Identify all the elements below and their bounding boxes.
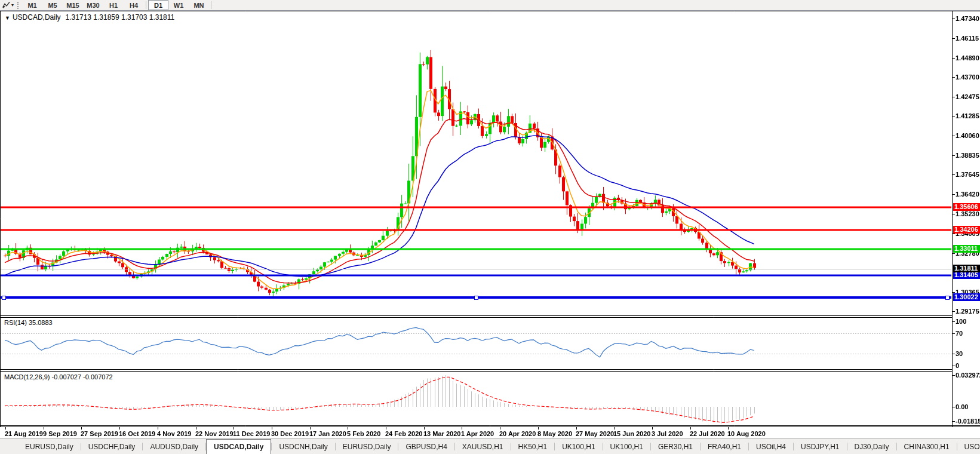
price-axis-label: 1.44890 — [956, 54, 979, 62]
date-axis-label: 27 May 2020 — [576, 430, 614, 437]
chart-tab-bar: EURUSD,DailyUSDCHF,DailyAUDUSD,DailyUSDC… — [0, 438, 980, 454]
price-line-label: 1.35606 — [953, 203, 980, 211]
rsi-axis-label: 30 — [956, 350, 963, 358]
timeframe-button-m5[interactable]: M5 — [42, 0, 63, 10]
timeframe-button-mn[interactable]: MN — [189, 0, 209, 10]
price-axis-label: 1.42475 — [956, 93, 979, 101]
rsi-indicator-label: RSI(14) 35.0883 — [3, 319, 54, 326]
chart-ohlc-values: 1.31713 1.31859 1.31703 1.31811 — [66, 13, 175, 22]
macd-axis-label: -0.018154 — [956, 418, 980, 425]
timeframe-button-w1[interactable]: W1 — [168, 0, 189, 10]
date-axis-label: 8 May 2020 — [537, 430, 572, 437]
macd-axis-label: 0.032972 — [956, 372, 980, 379]
price-axis-label: 1.36420 — [956, 191, 979, 198]
chart-tab-usdcnh-daily[interactable]: USDCNH,Daily — [272, 439, 334, 454]
rsi-axis-label: 70 — [956, 330, 963, 338]
chevron-down-icon[interactable]: ▾ — [11, 2, 14, 8]
timeframe-button-m15[interactable]: M15 — [63, 0, 83, 10]
macd-axis-label: 0.00 — [956, 403, 968, 411]
date-axis-label: 24 Feb 2020 — [385, 430, 422, 437]
chart-tab-usdchf-daily[interactable]: USDCHF,Daily — [81, 439, 143, 454]
timeframe-button-d1[interactable]: D1 — [148, 0, 168, 10]
trading-terminal-window: ▾ M1M5M15M30H1H4D1W1MN ▼USDCAD,Daily1.31… — [0, 0, 980, 454]
macd-indicator-label: MACD(12,26,9) -0.007027 -0.007072 — [3, 373, 114, 381]
price-axis-label: 1.41285 — [956, 112, 979, 120]
chart-tab-ger30-h1[interactable]: GER30,H1 — [651, 439, 700, 454]
date-axis-label: 16 Oct 2019 — [119, 430, 155, 437]
date-axis-label: 4 Nov 2019 — [157, 430, 191, 437]
price-axis-label: 1.37645 — [956, 171, 979, 179]
date-axis-label: 10 Aug 2020 — [727, 430, 766, 437]
chart-cursor-icon[interactable] — [2, 1, 11, 9]
chart-tab-hk50-h1[interactable]: HK50,H1 — [511, 439, 555, 454]
chart-tab-usdcad-daily[interactable]: USDCAD,Daily — [206, 439, 271, 454]
price-axis-label: 1.43700 — [956, 73, 979, 81]
chart-tab-dj30-daily[interactable]: DJ30,Daily — [847, 439, 896, 454]
toolbar-separator — [211, 1, 211, 9]
chart-tab-eurusd-daily[interactable]: EURUSD,Daily — [336, 439, 398, 454]
chart-tab-fra40-h1[interactable]: FRA40,H1 — [701, 439, 748, 454]
rsi-axis-label: 0 — [956, 362, 959, 370]
date-axis-label: 17 Jan 2020 — [309, 430, 346, 437]
price-axis-label: 1.46115 — [956, 35, 979, 42]
date-axis-label: 22 Nov 2019 — [195, 430, 234, 437]
chart-symbol-period: USDCAD,Daily — [13, 13, 61, 22]
date-axis-label: 30 Dec 2019 — [271, 430, 309, 437]
chart-title-overlay: ▼USDCAD,Daily1.31713 1.31859 1.31703 1.3… — [3, 13, 176, 22]
date-axis-label: 3 Jul 2020 — [652, 430, 683, 437]
bid-price-label: 1.31811 — [953, 265, 980, 272]
timeframe-button-m1[interactable]: M1 — [22, 0, 42, 10]
toolbar-grip-icon[interactable] — [17, 2, 19, 9]
price-axis-label: 1.35230 — [956, 210, 979, 218]
price-axis-label: 1.29175 — [956, 308, 979, 315]
chart-window: ▼USDCAD,Daily1.31713 1.31859 1.31703 1.3… — [0, 11, 980, 438]
chart-tab-eurusd-daily[interactable]: EURUSD,Daily — [18, 439, 81, 454]
price-line-label: 1.30022 — [953, 293, 980, 301]
chart-tab-gbpusd-h4[interactable]: GBPUSD,H4 — [398, 439, 454, 454]
price-line-label: 1.33011 — [953, 245, 980, 253]
price-axis-label: 1.47340 — [956, 15, 979, 23]
timeframe-button-h4[interactable]: H4 — [124, 0, 144, 10]
chart-tab-uk100-h1[interactable]: UK100,H1 — [555, 439, 602, 454]
timeframe-button-h1[interactable]: H1 — [103, 0, 124, 10]
chart-tab-usoil-h4[interactable]: USOil,H4 — [749, 439, 793, 454]
date-axis-label: 22 Jul 2020 — [690, 430, 725, 437]
chart-tab-audusd-daily[interactable]: AUDUSD,Daily — [143, 439, 205, 454]
chart-tab-uk100-h1[interactable]: UK100,H1 — [603, 439, 650, 454]
title-marker-icon: ▼ — [5, 15, 10, 21]
chart-tab-xauusd-h1[interactable]: XAUUSD,H1 — [455, 439, 511, 454]
chart-tab-china300-h1[interactable]: CHINA300,H1 — [897, 439, 957, 454]
price-line-label: 1.34206 — [953, 226, 980, 234]
chart-tab-usdjpy-h1[interactable]: USDJPY,H1 — [794, 439, 846, 454]
price-chart-canvas[interactable] — [0, 11, 980, 438]
timeframe-toolbar: ▾ M1M5M15M30H1H4D1W1MN — [0, 0, 980, 11]
price-axis-label: 1.38835 — [956, 152, 979, 159]
timeframe-button-m30[interactable]: M30 — [83, 0, 103, 10]
chart-tab-usoil-h1[interactable]: USOil,H1 — [957, 439, 980, 454]
date-axis-label: 9 Sep 2019 — [43, 430, 77, 437]
rsi-axis-label: 100 — [956, 318, 966, 326]
date-axis-label: 5 Feb 2020 — [347, 430, 380, 437]
toolbar-separator — [146, 1, 146, 9]
date-axis-label: 20 Apr 2020 — [499, 430, 536, 437]
date-axis-label: 27 Sep 2019 — [81, 430, 118, 437]
date-axis-label: 11 Dec 2019 — [233, 430, 270, 437]
price-axis-label: 1.40060 — [956, 132, 979, 140]
date-axis-label: 21 Aug 2019 — [5, 430, 43, 437]
date-axis-label: 13 Mar 2020 — [423, 430, 460, 437]
date-axis-label: 1 Apr 2020 — [461, 430, 494, 437]
date-axis-label: 15 Jun 2020 — [613, 430, 650, 437]
